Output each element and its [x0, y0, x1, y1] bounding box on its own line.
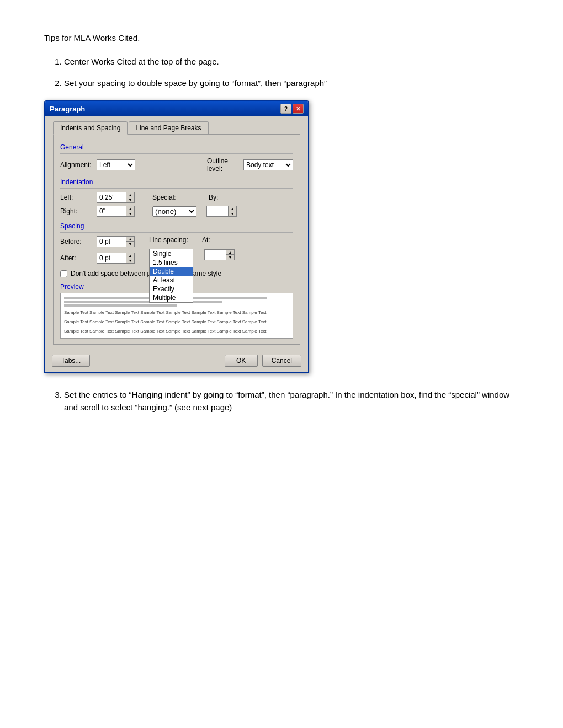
before-spin-up[interactable]: ▲ [126, 237, 134, 242]
at-label: At: [202, 236, 213, 244]
indent-left-input[interactable] [97, 192, 126, 203]
indent-right-input-group: ▲ ▼ [97, 206, 135, 217]
titlebar-buttons: ? ✕ [280, 104, 304, 114]
tab-line-page-breaks[interactable]: Line and Page Breaks [129, 121, 208, 134]
line-spacing-row: Line spacing: At: [149, 236, 235, 244]
at-input-group: ▲ ▼ [204, 249, 235, 260]
no-space-label: Don't add space between paragraphs of sa… [71, 270, 221, 277]
indent-left-input-group: ▲ ▼ [97, 192, 135, 203]
line-spacing-input-row: Single 1.5 lines Double At least Exactly… [149, 249, 235, 260]
indent-right-spin: ▲ ▼ [126, 206, 135, 217]
no-space-checkbox[interactable] [60, 270, 67, 277]
after-input[interactable] [97, 253, 126, 264]
preview-gray-line-3 [64, 304, 177, 307]
footer-right-buttons: OK Cancel [225, 355, 301, 367]
indent-left-spin-up[interactable]: ▲ [126, 192, 134, 197]
outline-select[interactable]: Body text Level 1 Level 2 [243, 159, 293, 170]
alignment-select[interactable]: Left Centered Right Justified [97, 159, 135, 170]
indent-right-input[interactable] [97, 206, 126, 217]
help-icon: ? [284, 106, 288, 112]
after-spin-down[interactable]: ▼ [126, 258, 134, 263]
before-input[interactable] [97, 236, 126, 247]
before-spin-down[interactable]: ▼ [126, 242, 134, 247]
before-spin: ▲ ▼ [126, 236, 135, 247]
instruction-3: Set the entries to “Hanging indent” by g… [64, 389, 519, 414]
indent-right-label: Right: [60, 207, 93, 215]
dialog-body: Indents and Spacing Line and Page Breaks… [45, 116, 308, 350]
spacing-after-row: After: ▲ ▼ [60, 253, 135, 264]
preview-text-1: Sample Text Sample Text Sample Text Samp… [64, 309, 289, 317]
at-spin-up[interactable]: ▲ [226, 250, 234, 255]
by-spin-up[interactable]: ▲ [229, 206, 236, 211]
option-1-5-lines[interactable]: 1.5 lines [150, 258, 193, 267]
by-input-group: ▲ ▼ [206, 206, 237, 217]
instruction-1: Center Works Cited at the top of the pag… [64, 56, 519, 68]
preview-text-2: Sample Text Sample Text Sample Text Samp… [64, 319, 289, 326]
alignment-row: Alignment: Left Centered Right Justified… [60, 157, 293, 173]
option-exactly[interactable]: Exactly [150, 285, 193, 293]
ok-button[interactable]: OK [225, 355, 258, 367]
special-select[interactable]: (none) First line Hanging [152, 206, 196, 217]
indent-right-spin-down[interactable]: ▼ [126, 211, 134, 216]
paragraph-dialog: Paragraph ? ✕ Indents and Spacing Line a… [44, 100, 309, 373]
alignment-label: Alignment: [60, 161, 93, 169]
indent-left-row: Left: ▲ ▼ Special: By: [60, 192, 293, 203]
at-input[interactable] [204, 249, 226, 260]
indent-right-spin-up[interactable]: ▲ [126, 206, 134, 211]
option-multiple[interactable]: Multiple [150, 293, 193, 302]
after-spin-up[interactable]: ▲ [126, 253, 134, 258]
general-section-label: General [60, 143, 293, 151]
indent-right-row: Right: ▲ ▼ (none) First line Hanging [60, 206, 293, 217]
line-spacing-popup: Single 1.5 lines Double At least Exactly… [149, 249, 193, 303]
tab-bar: Indents and Spacing Line and Page Breaks [53, 121, 300, 134]
close-button[interactable]: ✕ [293, 104, 304, 114]
at-spin-down[interactable]: ▼ [226, 255, 234, 260]
tab-content: General Alignment: Left Centered Right J… [53, 134, 300, 345]
before-input-group: ▲ ▼ [97, 236, 135, 247]
preview-gray-line-2 [64, 301, 222, 303]
line-spacing-dropdown-container: Single 1.5 lines Double At least Exactly… [149, 250, 193, 260]
dialog-footer: Tabs... OK Cancel [45, 350, 308, 372]
before-label: Before: [60, 238, 93, 245]
at-spin: ▲ ▼ [226, 249, 235, 260]
indent-left-spin-down[interactable]: ▼ [126, 197, 134, 202]
by-input[interactable] [206, 206, 229, 217]
spacing-section-label: Spacing [60, 222, 293, 230]
preview-text-3: Sample Text Sample Text Sample Text Samp… [64, 328, 289, 335]
help-button[interactable]: ? [280, 104, 291, 114]
dialog-titlebar: Paragraph ? ✕ [45, 101, 308, 116]
by-spin-down[interactable]: ▼ [229, 211, 236, 216]
option-at-least[interactable]: At least [150, 276, 193, 285]
after-spin: ▲ ▼ [126, 253, 135, 264]
indent-left-spin: ▲ ▼ [126, 192, 135, 203]
tabs-button[interactable]: Tabs... [52, 355, 90, 367]
spacing-before-row: Before: ▲ ▼ [60, 236, 135, 247]
instruction-2: Set your spacing to double space by goin… [64, 77, 519, 90]
option-single[interactable]: Single [150, 249, 193, 258]
page-title: Tips for MLA Works Cited. [44, 33, 519, 42]
by-label: By: [209, 194, 242, 201]
option-double[interactable]: Double [150, 267, 193, 276]
after-label: After: [60, 254, 93, 262]
after-input-group: ▲ ▼ [97, 253, 135, 264]
close-icon: ✕ [296, 106, 300, 112]
cancel-button[interactable]: Cancel [262, 355, 301, 367]
indent-left-label: Left: [60, 194, 93, 201]
by-spin: ▲ ▼ [229, 206, 237, 217]
special-label: Special: [152, 194, 185, 201]
dialog-title: Paragraph [50, 105, 85, 113]
line-spacing-label: Line spacing: [149, 236, 199, 244]
indentation-section-label: Indentation [60, 178, 293, 186]
tab-indents-spacing[interactable]: Indents and Spacing [53, 121, 128, 135]
outline-label: Outline level: [207, 157, 240, 173]
